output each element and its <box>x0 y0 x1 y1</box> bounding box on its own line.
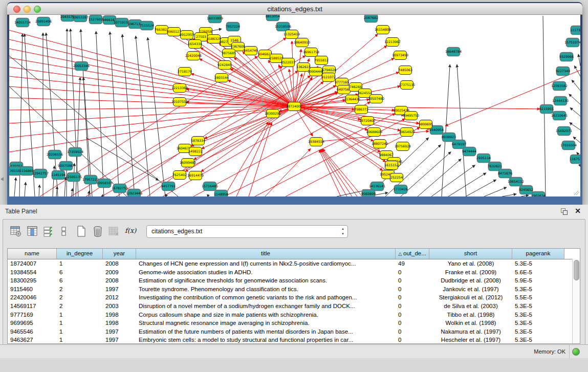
table-row[interactable]: 969969511998Structural magnetic resonanc… <box>8 319 580 327</box>
graph-node[interactable]: 2803144 <box>214 74 229 82</box>
graph-node[interactable]: 9227349 <box>556 67 570 76</box>
graph-node[interactable]: 2935114 <box>476 154 491 163</box>
table-row[interactable]: 1872400712008Changes of HCN gene express… <box>8 259 580 268</box>
graph-node[interactable]: 9899695 <box>419 120 433 129</box>
column-header-name[interactable]: name <box>8 249 57 259</box>
graph-node[interactable]: 16033809 <box>207 15 223 23</box>
graph-node[interactable]: 10688609 <box>366 128 382 137</box>
graph-node[interactable]: 7857224 <box>226 23 240 31</box>
graph-node[interactable]: 16154808 <box>375 26 391 34</box>
table-row[interactable]: 1830029562008Estimation of significance … <box>8 276 580 285</box>
graph-node[interactable]: 252254 <box>390 173 403 182</box>
graph-node[interactable]: 9329966 <box>559 53 574 61</box>
graph-node[interactable]: 1148958 <box>214 190 228 197</box>
graph-node[interactable]: 9457791 <box>161 182 176 191</box>
graph-node[interactable]: 16099489 <box>180 159 196 167</box>
graph-node[interactable]: 16648784 <box>445 48 462 56</box>
graph-node[interactable]: 16961758 <box>303 48 319 57</box>
graph-node[interactable]: 90975887 <box>58 162 74 170</box>
close-panel-icon[interactable]: ✕ <box>575 207 581 215</box>
row-height-icon[interactable] <box>60 226 68 237</box>
column-header-out_de[interactable]: △out_de... <box>396 249 429 259</box>
table-row[interactable]: 1456911722003Disruption of a novel membe… <box>8 302 580 311</box>
graph-node[interactable]: 14055724 <box>14 18 31 27</box>
graph-node[interactable]: 12213363 <box>171 84 188 93</box>
graph-node[interactable]: 15692071 <box>556 127 572 136</box>
graph-node[interactable]: 12942757 <box>32 169 49 178</box>
graph-node[interactable]: 1156869 <box>19 167 34 176</box>
graph-node[interactable]: 18300295 <box>265 110 281 118</box>
column-header-title[interactable]: title <box>136 249 396 259</box>
graph-node[interactable]: 1498222 <box>188 147 203 156</box>
graph-node[interactable]: 18724007 <box>286 102 302 111</box>
graph-node[interactable]: 8522037 <box>281 58 295 67</box>
graph-node[interactable]: 9474444 <box>462 147 476 156</box>
table-select-dropdown[interactable]: citations_edges.txt ▲▼ <box>146 225 348 238</box>
graph-node[interactable]: 5878334 <box>191 137 205 145</box>
network-view-canvas[interactable]: 1405572420891406204317810653287152760294… <box>9 15 580 196</box>
graph-node[interactable]: 22420046 <box>185 52 202 60</box>
column-header-in_degree[interactable]: in_degree <box>57 249 103 259</box>
table-row[interactable]: 1938455462009Genome-wide association stu… <box>8 268 580 277</box>
table-mode-icon[interactable] <box>10 226 21 237</box>
graph-node[interactable]: 1145194 <box>51 171 66 180</box>
graph-node[interactable]: 9560809 <box>361 190 376 197</box>
table-row[interactable]: 946362711997Embryonic stem cells: a mode… <box>8 336 580 344</box>
graph-node[interactable]: 15716485 <box>202 182 218 191</box>
graph-node[interactable]: 1654338 <box>188 40 202 49</box>
graph-node[interactable]: 7625402 <box>172 171 187 180</box>
graph-node[interactable]: 1167530 <box>570 155 580 164</box>
function-builder-icon[interactable]: f(x) <box>125 227 136 238</box>
column-checklist-icon[interactable] <box>43 226 54 237</box>
graph-node[interactable]: 3875685 <box>222 49 236 58</box>
graph-node[interactable]: 19384554 <box>308 138 324 146</box>
graph-node[interactable]: 17359924 <box>67 148 83 157</box>
graph-node[interactable]: 8813054 <box>266 15 280 21</box>
graph-node[interactable]: 8960123 <box>167 28 181 36</box>
citation-network-graph[interactable]: 1405572420891406204317810653287152760294… <box>9 15 580 196</box>
graph-node[interactable]: 19495750 <box>403 112 419 120</box>
graph-node[interactable]: 19756928 <box>395 142 411 151</box>
graph-node[interactable]: 9242845 <box>217 61 232 70</box>
graph-node[interactable]: 19654923 <box>399 128 415 137</box>
graph-node[interactable]: 12444130 <box>552 97 569 105</box>
graph-node[interactable]: 1733426 <box>394 185 408 194</box>
graph-node[interactable]: 10973493 <box>392 51 408 60</box>
graph-node[interactable]: 21364436 <box>344 95 360 104</box>
graph-node[interactable]: 20891406 <box>35 17 52 26</box>
graph-node[interactable]: 12213967 <box>384 38 401 47</box>
graph-node[interactable]: 1615152 <box>384 161 399 170</box>
new-column-icon[interactable] <box>76 226 87 237</box>
graph-node[interactable]: 16210645 <box>551 112 568 120</box>
graph-node[interactable]: 12093582 <box>551 82 568 91</box>
graph-node[interactable]: 2718170 <box>178 68 192 76</box>
graph-node[interactable]: 7955812 <box>314 56 329 65</box>
float-panel-icon[interactable] <box>561 208 568 215</box>
table-row[interactable]: 977716911998Corpus callosum shape and si… <box>8 311 580 319</box>
select-columns-icon[interactable] <box>27 226 38 237</box>
graph-node[interactable]: 18640910 <box>294 38 310 47</box>
graph-node[interactable]: 10653287 <box>72 15 89 22</box>
graph-node[interactable]: 12505135 <box>66 173 82 182</box>
graph-node[interactable]: 2087682 <box>364 15 378 23</box>
table-row[interactable]: 2242004622012Investigating the contribut… <box>8 293 580 302</box>
table-row[interactable]: 911546021997Tourette syndrome. Phenomeno… <box>8 285 580 294</box>
graph-node[interactable]: 11325419 <box>284 30 300 39</box>
collapse-left-panel-arrow[interactable] <box>1 177 4 181</box>
graph-node[interactable]: 1117304 <box>570 26 580 35</box>
graph-node[interactable]: 20053346 <box>73 62 90 71</box>
graph-node[interactable]: 8454749 <box>244 47 258 55</box>
graph-node[interactable]: 10507480 <box>368 95 384 103</box>
graph-node[interactable]: 8215955 <box>539 105 554 114</box>
graph-node[interactable]: 7485063 <box>398 66 412 75</box>
table-row[interactable]: 946554611997Estimation of the future num… <box>8 327 580 336</box>
graph-node[interactable]: 15218506 <box>275 23 291 31</box>
graph-node[interactable]: 7986372 <box>354 105 368 114</box>
delete-column-icon[interactable] <box>92 226 103 237</box>
graph-node[interactable]: 9121072 <box>321 73 336 82</box>
graph-node[interactable]: 10107550 <box>171 98 188 106</box>
column-header-short[interactable]: short <box>429 249 512 259</box>
graph-node[interactable]: 6497568 <box>337 85 351 94</box>
graph-node[interactable]: 10654112 <box>508 178 524 186</box>
table-scrollbar-thumb[interactable] <box>574 260 579 280</box>
